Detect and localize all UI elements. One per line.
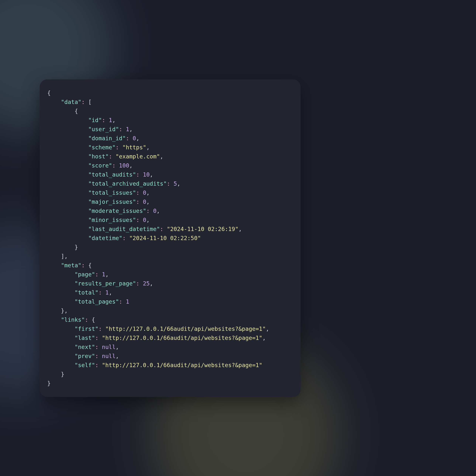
json-code-block[interactable]: { "data": [ { "id": 1, "user_id": 1, "do… <box>47 88 293 388</box>
code-panel: { "data": [ { "id": 1, "user_id": 1, "do… <box>40 79 301 397</box>
